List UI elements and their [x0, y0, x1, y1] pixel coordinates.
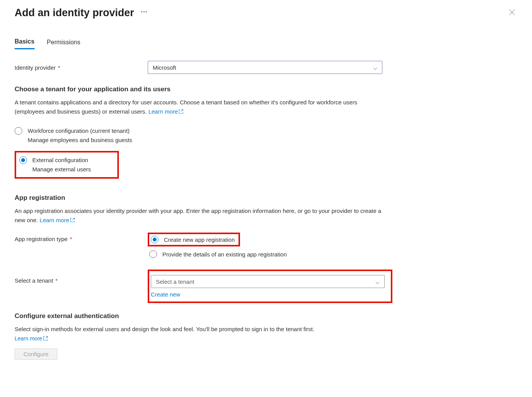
- app-reg-type-label: App registration type*: [15, 233, 148, 242]
- radio-external[interactable]: External configuration Manage external u…: [17, 153, 114, 176]
- identity-provider-select[interactable]: Microsoft: [148, 61, 382, 74]
- tabs: Basics Permissions: [15, 38, 517, 49]
- close-button[interactable]: [507, 7, 517, 19]
- external-link-icon: [43, 336, 48, 341]
- radio-workforce-text: Workforce configuration (current tenant)…: [28, 126, 132, 145]
- select-tenant-placeholder: Select a tenant: [156, 278, 194, 285]
- chevron-down-icon: [375, 280, 380, 284]
- tenant-section-desc: A tenant contains applications and a dir…: [15, 98, 384, 116]
- app-reg-type-radio-group: Create new app registration Provide the …: [148, 233, 383, 258]
- app-reg-type-field: Create new app registration Provide the …: [148, 233, 383, 258]
- app-reg-learn-more-link[interactable]: Learn more: [40, 217, 75, 223]
- app-reg-type-label-text: App registration type: [15, 236, 68, 242]
- external-link-icon: [178, 107, 183, 112]
- select-tenant-field: Select a tenant Create new: [151, 275, 385, 298]
- external-link-icon: [70, 216, 75, 221]
- radio-workforce[interactable]: Workforce configuration (current tenant)…: [15, 124, 517, 147]
- radio-workforce-label: Workforce configuration (current tenant): [28, 126, 132, 136]
- radio-circle-icon: [15, 127, 22, 135]
- close-icon: [509, 9, 515, 17]
- radio-create-new-label: Create new app registration: [164, 236, 235, 243]
- configure-button[interactable]: Configure: [15, 348, 57, 360]
- app-registration-section: App registration An app registration ass…: [15, 194, 517, 303]
- create-new-tenant-link[interactable]: Create new: [151, 291, 385, 298]
- radio-circle-icon: [149, 250, 157, 258]
- tenant-learn-more-link[interactable]: Learn more: [148, 108, 184, 115]
- highlight-create-new-app: Create new app registration: [148, 233, 240, 246]
- radio-create-new-app[interactable]: Create new app registration: [149, 236, 235, 243]
- select-tenant-row: Select a tenant* Select a tenant Create …: [15, 270, 517, 303]
- tenant-learn-more-text: Learn more: [148, 108, 178, 115]
- more-icon[interactable]: •••: [141, 9, 148, 14]
- select-tenant-label: Select a tenant*: [15, 270, 148, 284]
- radio-circle-checked-icon: [151, 236, 158, 243]
- radio-existing-app[interactable]: Provide the details of an existing app r…: [148, 250, 383, 258]
- app-reg-heading: App registration: [15, 194, 517, 202]
- radio-external-sub: Manage external users: [32, 165, 91, 174]
- radio-circle-checked-icon: [19, 156, 27, 164]
- identity-provider-label-text: Identity provider: [15, 64, 56, 71]
- required-asterisk: *: [55, 277, 58, 284]
- panel-header: Add an identity provider •••: [15, 4, 517, 19]
- tenant-section-heading: Choose a tenant for your application and…: [15, 85, 517, 93]
- tab-permissions[interactable]: Permissions: [47, 38, 80, 49]
- app-reg-type-row: App registration type* Create new app re…: [15, 233, 517, 258]
- page-title: Add an identity provider: [15, 7, 134, 19]
- required-asterisk: *: [70, 236, 72, 242]
- radio-existing-label: Provide the details of an existing app r…: [162, 251, 287, 258]
- tenant-radio-group: Workforce configuration (current tenant)…: [15, 124, 517, 179]
- required-asterisk: *: [58, 64, 60, 71]
- tab-basics[interactable]: Basics: [15, 38, 35, 49]
- select-tenant-dropdown[interactable]: Select a tenant: [151, 275, 385, 288]
- external-auth-heading: Configure external authentication: [15, 312, 517, 320]
- app-reg-desc: An app registration associates your iden…: [15, 206, 384, 225]
- identity-provider-field: Microsoft: [148, 61, 383, 74]
- highlight-external-config: External configuration Manage external u…: [15, 151, 119, 179]
- header-left: Add an identity provider •••: [15, 7, 148, 19]
- identity-provider-value: Microsoft: [153, 64, 176, 71]
- radio-external-label: External configuration: [32, 156, 91, 165]
- select-tenant-label-text: Select a tenant: [15, 277, 53, 284]
- external-auth-learn-more-link[interactable]: Learn more: [15, 335, 48, 342]
- identity-provider-label: Identity provider*: [15, 64, 148, 71]
- highlight-select-tenant: Select a tenant Create new: [148, 270, 392, 303]
- radio-external-text: External configuration Manage external u…: [32, 156, 91, 174]
- app-reg-learn-more-text: Learn more: [40, 217, 69, 223]
- radio-workforce-sub: Manage employees and business guests: [28, 136, 132, 145]
- external-auth-learn-more-text: Learn more: [15, 335, 42, 342]
- chevron-down-icon: [373, 65, 377, 70]
- tenant-section-desc-text: A tenant contains applications and a dir…: [15, 99, 357, 115]
- external-auth-desc: Select sign-in methods for external user…: [15, 325, 384, 334]
- identity-provider-row: Identity provider* Microsoft: [15, 61, 517, 74]
